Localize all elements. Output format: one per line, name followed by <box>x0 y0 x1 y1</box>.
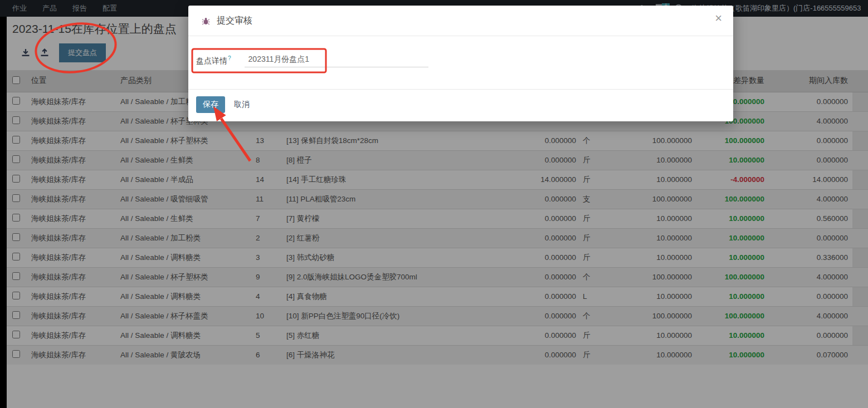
inventory-detail-input[interactable] <box>245 54 428 67</box>
modal-body: 盘点详情? <box>188 36 733 67</box>
cancel-button[interactable]: 取消 <box>234 100 250 110</box>
modal-footer: 保存 取消 <box>188 89 733 113</box>
close-icon[interactable]: × <box>715 12 722 24</box>
save-button[interactable]: 保存 <box>196 96 225 113</box>
bug-icon <box>202 17 210 25</box>
inventory-detail-label: 盘点详情? <box>196 55 231 66</box>
modal-header: 提交审核 × <box>188 6 733 36</box>
modal-title: 提交审核 <box>217 15 252 27</box>
submit-review-modal: 提交审核 × 盘点详情? 保存 取消 <box>188 6 733 121</box>
field-help-icon: ? <box>228 55 231 61</box>
